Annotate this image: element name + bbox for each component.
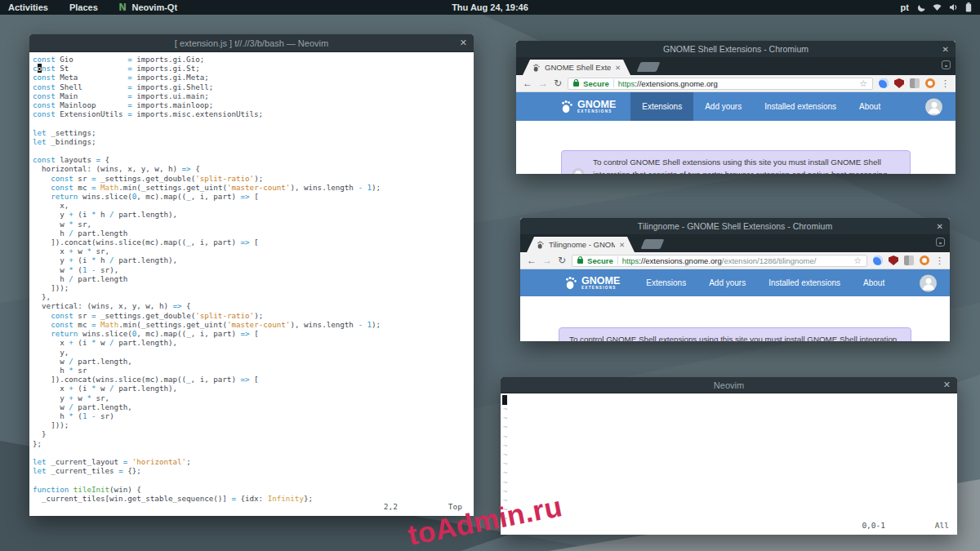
gnome-extensions-logo[interactable]: GNOME EXTENSIONS (564, 276, 620, 290)
code-line: let _settings; (33, 128, 474, 137)
tab-close-icon[interactable]: ✕ (619, 241, 625, 249)
extension-icon-orange[interactable] (925, 78, 935, 88)
address-bar[interactable]: Secure https://extensions.gnome.org/exte… (572, 255, 867, 267)
nav-installed-extensions[interactable]: Installed extensions (757, 269, 852, 296)
notice-text: To control GNOME Shell extensions using … (593, 156, 900, 174)
text-cursor (502, 395, 507, 405)
keyboard-layout-indicator[interactable]: pt (901, 2, 909, 12)
browser-titlebar[interactable]: GNOME Shell Extensions - Chromium ✕ (516, 41, 956, 57)
window-title: Neovim (714, 380, 744, 390)
site-nav: Extensions Add yours Installed extension… (635, 269, 896, 296)
gnome-extensions-logo[interactable]: GNOME EXTENSIONS (560, 100, 616, 113)
window-menu-button[interactable] (936, 238, 945, 247)
user-avatar[interactable] (925, 98, 942, 115)
lock-icon (577, 259, 583, 264)
text-cursor: o (38, 64, 42, 73)
forward-button[interactable]: → (542, 256, 552, 265)
code-line: const layouts = { (33, 155, 474, 164)
address-bar[interactable]: Secure https://extensions.gnome.org ☆ (568, 78, 873, 90)
nav-extensions[interactable]: Extensions (630, 92, 693, 121)
logo-subtitle: EXTENSIONS (581, 286, 620, 290)
editor-area[interactable]: ~~~~~~~~~~~~~ 0,0-1 All (501, 393, 957, 534)
close-icon[interactable]: ✕ (460, 34, 467, 51)
nav-about[interactable]: About (848, 92, 892, 121)
adblock-shield-icon[interactable] (894, 78, 904, 88)
tab-strip: GNOME Shell Exten ✕ (516, 57, 956, 75)
chromium-window-tilingnome: Tilingnome - GNOME Shell Extensions - Ch… (520, 218, 950, 341)
secure-label: Secure (587, 256, 613, 265)
extension-icon-gray[interactable] (904, 256, 914, 265)
extension-icon-gray[interactable] (910, 78, 920, 88)
code-line: const Mainloop = imports.mainloop; (33, 100, 474, 109)
gnome-foot-icon (560, 100, 574, 113)
close-icon[interactable]: ✕ (937, 222, 943, 231)
adblock-shield-icon[interactable] (889, 256, 898, 265)
code-line: const sr = _settings.get_double('split-r… (33, 311, 474, 320)
volume-icon[interactable] (949, 3, 958, 11)
code-line: const St = imports.gi.St; (33, 64, 474, 73)
extension-icon-orange[interactable] (920, 256, 929, 265)
reload-button[interactable]: ↻ (558, 256, 566, 265)
bookmark-star-icon[interactable]: ☆ (853, 256, 862, 266)
wifi-icon[interactable] (933, 3, 942, 11)
forward-button[interactable]: → (538, 78, 548, 88)
user-avatar[interactable] (920, 274, 937, 291)
close-icon[interactable]: ✕ (942, 45, 949, 54)
reload-button[interactable]: ↻ (554, 78, 562, 88)
night-light-moon-icon[interactable] (916, 3, 925, 12)
code-line: y + (i * h / part.length), (33, 210, 474, 219)
tab-close-icon[interactable]: ✕ (615, 64, 621, 72)
nav-extensions[interactable]: Extensions (635, 269, 697, 296)
code-line: w / part.length, (33, 357, 474, 366)
code-line: vertical: (wins, x, y, w, h) => { (33, 301, 474, 310)
neovim-empty-window: Neovim ✕ ~~~~~~~~~~~~~ 0,0-1 All (501, 377, 957, 535)
code-line: x + (i * w / part.length), (33, 384, 474, 393)
nav-about[interactable]: About (852, 269, 896, 296)
neovim-main-titlebar[interactable]: [ extension.js ] t//.//3/b/bash — Neovim… (29, 34, 474, 52)
code-line: ]).concat(wins.slice(mc).map((_, i, part… (33, 238, 474, 247)
neovim-main-window: [ extension.js ] t//.//3/b/bash — Neovim… (29, 34, 474, 516)
neovim-small-titlebar[interactable]: Neovim ✕ (501, 377, 957, 393)
new-tab-button[interactable] (641, 239, 665, 249)
code-line: const Meta = imports.gi.Meta; (33, 73, 474, 82)
cursor-position: 2,2 (384, 502, 398, 511)
back-button[interactable]: ← (523, 78, 532, 88)
code-line: h * sr (33, 366, 474, 375)
editor-area[interactable]: const Gio = imports.gi.Gio;const St = im… (29, 52, 474, 515)
extension-icon-blue[interactable] (879, 78, 889, 88)
window-menu-button[interactable] (942, 60, 951, 69)
extension-icon-blue[interactable] (873, 256, 883, 265)
code-line: return wins.slice(0, mc).map((_, i, part… (33, 329, 474, 338)
code-line: let _current_tiles = {}; (33, 466, 474, 475)
divider (617, 256, 618, 264)
clock[interactable]: Thu Aug 24, 19:46 (0, 2, 980, 12)
nav-add-yours[interactable]: Add yours (697, 269, 757, 296)
gnome-favicon (532, 64, 541, 72)
bookmark-star-icon[interactable]: ☆ (859, 78, 867, 89)
browser-titlebar[interactable]: Tilingnome - GNOME Shell Extensions - Ch… (520, 218, 950, 234)
close-icon[interactable]: ✕ (943, 377, 951, 393)
code-line (33, 448, 474, 457)
back-button[interactable]: ← (527, 256, 537, 265)
site-header: GNOME EXTENSIONS Extensions Add yours In… (520, 269, 950, 296)
new-tab-button[interactable] (637, 62, 661, 72)
nav-add-yours[interactable]: Add yours (693, 92, 753, 121)
code-line: h / part.length (33, 274, 474, 283)
browser-tab[interactable]: GNOME Shell Exten ✕ (523, 60, 630, 75)
code-line: let _bindings; (33, 137, 474, 146)
battery-icon[interactable] (965, 2, 972, 12)
code-line: }; (33, 439, 474, 448)
code-line: x, (33, 201, 474, 210)
browser-menu-icon[interactable]: ⋮ (941, 78, 949, 89)
code-line: w * sr, (33, 220, 474, 229)
code-line: y + w * sr, (33, 393, 474, 402)
code-line: x + (i * w / part.length), (33, 338, 474, 347)
code-line: const sr = _settings.get_double('split-r… (33, 174, 474, 183)
tab-title: Tilingnome - GNOM (549, 240, 615, 249)
notice-text: To control GNOME Shell extensions using … (569, 333, 901, 341)
nav-installed-extensions[interactable]: Installed extensions (753, 92, 848, 121)
browser-tab[interactable]: Tilingnome - GNOM ✕ (527, 237, 635, 252)
code-line: } (33, 429, 474, 438)
browser-toolbar: ← → ↻ Secure https://extensions.gnome.or… (516, 75, 956, 92)
browser-menu-icon[interactable]: ⋮ (935, 256, 943, 266)
